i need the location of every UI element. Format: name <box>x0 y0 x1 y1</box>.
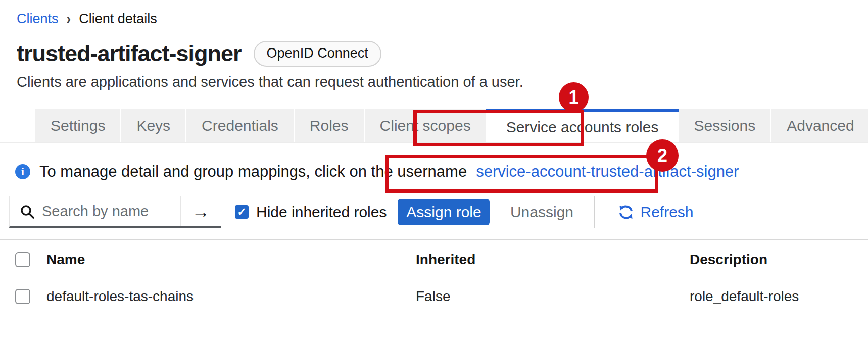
page-subtitle: Clients are applications and services th… <box>17 74 523 90</box>
roles-table: Name Inherited Description default-roles… <box>0 239 868 314</box>
tabs-underline <box>0 142 868 143</box>
refresh-button[interactable]: Refresh <box>618 204 693 221</box>
checkmark-icon: ✓ <box>237 206 246 219</box>
search-input[interactable] <box>42 203 180 220</box>
cell-inherited: False <box>416 288 690 305</box>
assign-role-button[interactable]: Assign role <box>398 199 490 225</box>
tab-keys[interactable]: Keys <box>120 109 185 142</box>
tab-settings[interactable]: Settings <box>35 109 120 142</box>
row-checkbox[interactable] <box>15 289 30 304</box>
search-group: → <box>9 196 221 228</box>
table-row: default-roles-tas-chains False role_defa… <box>0 279 868 314</box>
cell-role-name: default-roles-tas-chains <box>46 288 416 305</box>
unassign-button[interactable]: Unassign <box>504 204 580 221</box>
page-title: trusted-artifact-signer <box>17 40 242 67</box>
tab-roles[interactable]: Roles <box>294 109 364 142</box>
annotation-badge-2: 2 <box>646 139 679 172</box>
column-header-name: Name <box>46 252 416 268</box>
hide-inherited-label[interactable]: Hide inherited roles <box>256 204 387 221</box>
service-account-username-link[interactable]: service-account-trusted-artifact-signer <box>476 163 739 181</box>
annotation-badge-1: 1 <box>559 82 589 112</box>
refresh-label: Refresh <box>640 204 693 221</box>
search-icon <box>20 204 35 219</box>
breadcrumb-clients-link[interactable]: Clients <box>17 11 59 27</box>
tab-service-accounts-roles[interactable]: Service accounts roles <box>486 109 679 142</box>
select-all-checkbox[interactable] <box>15 252 30 267</box>
tab-sessions[interactable]: Sessions <box>679 109 770 142</box>
hide-inherited-checkbox[interactable]: ✓ <box>235 205 249 219</box>
column-header-description: Description <box>690 252 868 268</box>
info-banner-text: To manage detail and group mappings, cli… <box>39 163 467 181</box>
search-submit-button[interactable]: → <box>180 196 221 226</box>
info-banner: i To manage detail and group mappings, c… <box>15 163 739 181</box>
arrow-right-icon: → <box>192 201 210 222</box>
client-tabs: Settings Keys Credentials Roles Client s… <box>35 109 868 142</box>
page-header: trusted-artifact-signer OpenID Connect <box>17 40 381 67</box>
breadcrumb-current: Client details <box>79 11 157 27</box>
toolbar-divider <box>594 196 595 228</box>
breadcrumb-separator-icon: › <box>67 10 71 27</box>
breadcrumb: Clients › Client details <box>17 11 157 27</box>
table-header-row: Name Inherited Description <box>0 239 868 279</box>
tab-client-scopes[interactable]: Client scopes <box>364 109 486 142</box>
tab-advanced[interactable]: Advanced <box>770 109 868 142</box>
client-type-badge: OpenID Connect <box>254 41 381 67</box>
tab-credentials[interactable]: Credentials <box>185 109 294 142</box>
roles-toolbar: → ✓ Hide inherited roles Assign role Una… <box>9 196 694 228</box>
column-header-inherited: Inherited <box>416 252 690 268</box>
cell-description: role_default-roles <box>690 288 868 305</box>
info-icon: i <box>15 164 30 179</box>
refresh-icon <box>618 204 634 220</box>
